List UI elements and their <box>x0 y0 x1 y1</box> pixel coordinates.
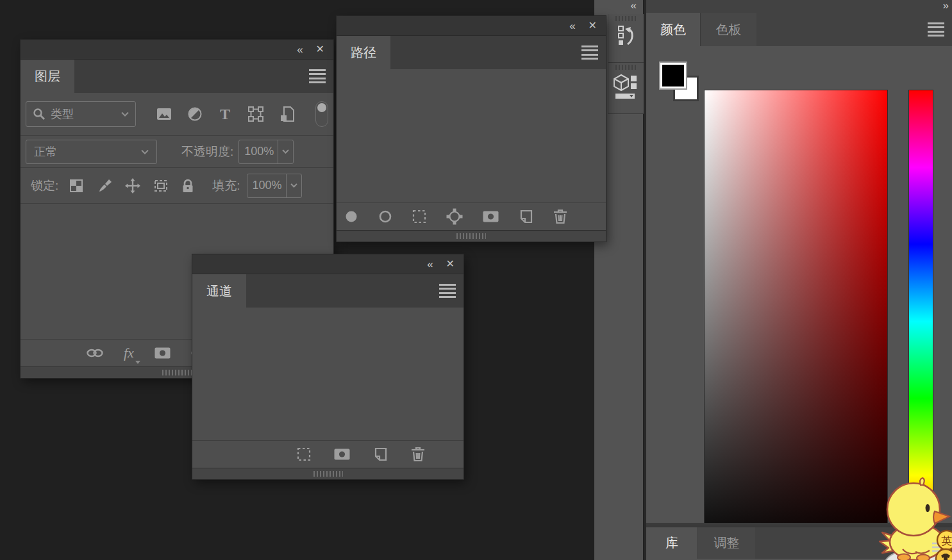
tab-swatches[interactable]: 色板 <box>700 13 756 46</box>
lock-all-icon[interactable] <box>181 179 194 193</box>
chevron-down-icon <box>282 149 289 154</box>
panel-resize-grip[interactable] <box>192 468 463 479</box>
load-path-selection-icon[interactable] <box>412 210 426 224</box>
fill-value: 100% <box>247 179 286 192</box>
chevron-down-icon <box>141 149 149 154</box>
duck-foot <box>917 555 930 560</box>
dock-header: » <box>646 0 952 13</box>
channels-tabrow: 通道 <box>192 274 463 308</box>
grip-hatch <box>313 471 343 477</box>
load-channel-selection-icon[interactable] <box>297 447 311 461</box>
color-panel-content <box>646 46 952 523</box>
layers-tabrow: 图层 <box>21 60 333 93</box>
chevron-down-icon <box>121 111 129 117</box>
layer-filter-toggle[interactable] <box>315 101 328 127</box>
lock-artboard-icon[interactable] <box>153 179 169 193</box>
close-panel-button[interactable]: ✕ <box>316 44 324 54</box>
fx-label: fx <box>124 345 134 361</box>
lock-position-icon[interactable] <box>125 178 140 194</box>
paths-tabrow: 路径 <box>337 36 606 69</box>
panel-menu-icon[interactable] <box>439 284 456 298</box>
ime-language-badge[interactable]: 英 <box>937 531 952 550</box>
delete-channel-icon[interactable] <box>411 447 425 462</box>
opacity-value: 100% <box>239 145 278 158</box>
make-work-path-icon[interactable] <box>446 208 463 225</box>
foreground-color-fill <box>662 65 684 86</box>
fx-dropdown-arrow <box>135 361 140 364</box>
tab-libraries[interactable]: 库 <box>646 527 697 559</box>
tab-channels[interactable]: 通道 <box>192 274 246 308</box>
pixel-layer-filter-icon[interactable] <box>156 108 172 120</box>
stroke-path-icon[interactable] <box>378 210 392 224</box>
panel-resize-grip[interactable] <box>337 230 606 242</box>
fill-path-icon[interactable] <box>344 210 358 224</box>
tab-paths[interactable]: 路径 <box>337 36 390 69</box>
color-panel-tabs: 颜色 色板 <box>646 13 952 46</box>
duck-head <box>887 483 940 536</box>
layer-filter-row: 类型 T <box>21 93 333 136</box>
lock-transparency-icon[interactable] <box>70 179 83 192</box>
opacity-dropdown[interactable] <box>278 140 293 163</box>
close-panel-button[interactable]: ✕ <box>446 259 455 269</box>
duck-mascot[interactable]: 英 <box>877 477 952 560</box>
lock-row: 锁定: <box>21 168 333 204</box>
paths-titlebar[interactable]: « ✕ <box>337 16 606 36</box>
fill-input[interactable]: 100% <box>247 174 302 198</box>
strip-buttons <box>608 14 644 114</box>
grip-hatch <box>456 233 486 239</box>
layer-filter-type-select[interactable]: 类型 <box>26 101 136 127</box>
history-panel-button[interactable] <box>608 14 644 63</box>
collapse-panel-button[interactable]: « <box>427 259 433 270</box>
duck-eye <box>926 504 930 512</box>
expand-dock-button[interactable]: » <box>943 0 947 11</box>
badge-label: 英 <box>942 535 952 547</box>
3d-panel-button[interactable] <box>608 63 644 114</box>
paths-footer <box>337 202 606 230</box>
tab-layers[interactable]: 图层 <box>21 60 74 93</box>
layer-style-icon[interactable]: fx <box>124 345 134 361</box>
collapse-strip-button[interactable]: « <box>631 0 637 11</box>
type-layer-filter-icon[interactable]: T <box>218 107 232 121</box>
save-selection-channel-icon[interactable] <box>334 449 350 460</box>
opacity-input[interactable]: 100% <box>238 140 294 164</box>
collapse-panel-button[interactable]: « <box>569 21 575 31</box>
drag-grip[interactable] <box>615 16 637 21</box>
drag-grip[interactable] <box>615 65 637 70</box>
lock-paint-icon[interactable] <box>98 179 112 193</box>
add-layer-mask-icon[interactable] <box>154 347 171 359</box>
link-layers-icon[interactable] <box>87 349 103 358</box>
smart-object-filter-icon[interactable] <box>280 106 295 122</box>
history-panel-icon <box>616 25 637 48</box>
search-icon <box>33 108 46 120</box>
adjustment-layer-filter-icon[interactable] <box>188 107 202 121</box>
grip-hatch <box>162 370 192 375</box>
add-mask-icon[interactable] <box>483 211 499 222</box>
close-panel-button[interactable]: ✕ <box>589 21 597 31</box>
shape-layer-filter-icon[interactable] <box>248 106 263 122</box>
panel-menu-icon[interactable] <box>928 22 944 37</box>
chevron-down-icon <box>290 183 297 188</box>
svg-text:T: T <box>220 107 230 121</box>
panel-menu-icon[interactable] <box>581 45 598 60</box>
duck-beak <box>933 511 949 523</box>
fill-dropdown[interactable] <box>286 174 301 197</box>
foreground-color-swatch[interactable] <box>659 62 687 90</box>
panel-menu-icon[interactable] <box>309 69 326 83</box>
collapse-panel-button[interactable]: « <box>297 44 303 55</box>
toggle-knob <box>317 103 326 112</box>
tab-adjustments[interactable]: 调整 <box>697 527 755 559</box>
lock-label: 锁定: <box>31 177 58 194</box>
delete-path-icon[interactable] <box>553 209 567 224</box>
right-dock: » 颜色 色板 库 调整 <box>644 0 952 560</box>
3d-panel-icon <box>614 73 639 101</box>
channels-titlebar[interactable]: « ✕ <box>192 254 463 274</box>
tab-color[interactable]: 颜色 <box>646 13 700 46</box>
fill-label: 填充: <box>212 177 240 194</box>
new-channel-icon[interactable] <box>373 447 388 461</box>
new-path-icon[interactable] <box>519 210 533 224</box>
layers-titlebar[interactable]: « ✕ <box>21 40 333 60</box>
blend-mode-row: 正常 不透明度: 100% <box>21 136 333 168</box>
paths-list-empty <box>337 69 606 202</box>
blend-mode-select[interactable]: 正常 <box>26 140 157 164</box>
saturation-brightness-field[interactable] <box>704 90 888 553</box>
